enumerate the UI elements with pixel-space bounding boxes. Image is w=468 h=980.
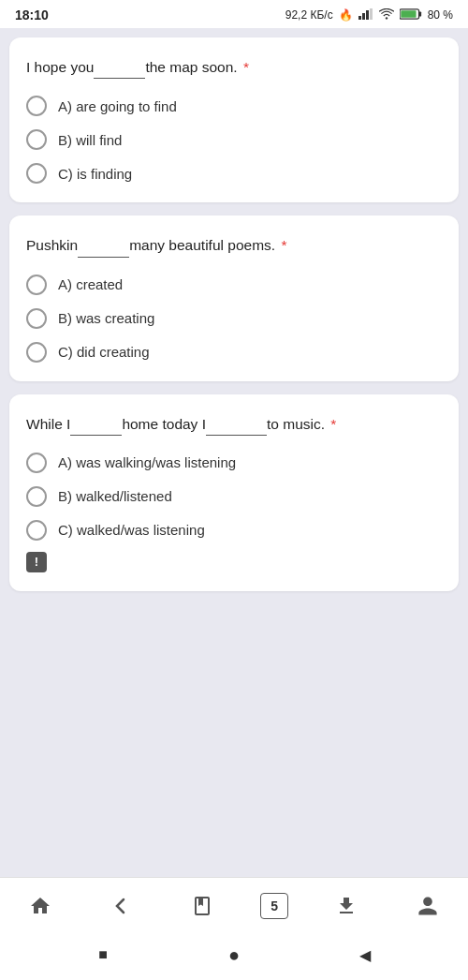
nav-back-button[interactable] bbox=[98, 887, 143, 925]
option-2c[interactable]: C) did creating bbox=[26, 342, 442, 363]
blank-3b bbox=[206, 413, 267, 436]
radio-2c[interactable] bbox=[26, 342, 47, 363]
options-list-2: A) created B) was creating C) did creati… bbox=[26, 275, 442, 363]
option-label-2a: A) created bbox=[58, 276, 123, 292]
radio-2a[interactable] bbox=[26, 275, 47, 295]
nav-download-button[interactable] bbox=[324, 887, 369, 925]
svg-rect-2 bbox=[366, 10, 369, 20]
blank-2 bbox=[78, 234, 129, 257]
signal-icon: 🔥 bbox=[339, 8, 353, 22]
option-1b[interactable]: B) will find bbox=[26, 129, 442, 150]
page-number-label: 5 bbox=[271, 898, 278, 913]
nav-bar: 5 bbox=[0, 877, 468, 931]
option-2a[interactable]: A) created bbox=[26, 275, 442, 295]
options-list-1: A) are going to find B) will find C) is … bbox=[26, 96, 442, 184]
question-text-2: Pushkin many beautiful poems. * bbox=[26, 234, 442, 257]
option-label-3c: C) walked/was listening bbox=[58, 522, 205, 538]
required-star-2: * bbox=[277, 237, 286, 253]
status-right: 92,2 КБ/с 🔥 bbox=[285, 8, 453, 22]
blank-3a bbox=[70, 413, 122, 436]
radio-3c[interactable] bbox=[26, 520, 47, 541]
question-card-3: While I home today I to music. * A) was … bbox=[9, 394, 459, 591]
square-icon: ■ bbox=[98, 946, 108, 963]
system-back-button[interactable]: ◀ bbox=[352, 942, 378, 968]
battery-percent: 80 % bbox=[428, 8, 453, 22]
question-card-2: Pushkin many beautiful poems. * A) creat… bbox=[9, 215, 459, 380]
radio-3b[interactable] bbox=[26, 486, 47, 507]
status-bar: 18:10 92,2 КБ/с 🔥 bbox=[0, 0, 468, 28]
option-label-3b: B) walked/listened bbox=[58, 488, 172, 504]
option-label-2b: B) was creating bbox=[58, 310, 154, 326]
svg-rect-0 bbox=[358, 16, 361, 20]
required-star-1: * bbox=[240, 59, 249, 75]
option-1a[interactable]: A) are going to find bbox=[26, 96, 442, 116]
svg-rect-1 bbox=[362, 13, 365, 20]
battery-icon bbox=[400, 8, 422, 22]
question-text-3: While I home today I to music. * bbox=[26, 413, 442, 436]
svg-rect-6 bbox=[418, 11, 421, 16]
nav-page-number[interactable]: 5 bbox=[260, 893, 288, 919]
option-label-2c: C) did creating bbox=[58, 344, 150, 360]
svg-rect-7 bbox=[401, 10, 416, 18]
required-star-3: * bbox=[327, 416, 336, 432]
option-2b[interactable]: B) was creating bbox=[26, 308, 442, 329]
option-label-1a: A) are going to find bbox=[58, 98, 177, 114]
nav-home-button[interactable] bbox=[18, 887, 63, 925]
question-card-1: I hope you the map soon. * A) are going … bbox=[9, 37, 459, 202]
option-3b[interactable]: B) walked/listened bbox=[26, 486, 442, 507]
blank-1 bbox=[94, 56, 145, 79]
radio-2b[interactable] bbox=[26, 308, 47, 329]
option-label-3a: A) was walking/was listening bbox=[58, 454, 236, 470]
option-label-1c: C) is finding bbox=[58, 166, 132, 182]
status-time: 18:10 bbox=[15, 7, 49, 22]
scroll-area: I hope you the map soon. * A) are going … bbox=[0, 28, 468, 877]
system-home-button[interactable]: ● bbox=[221, 942, 247, 968]
circle-icon: ● bbox=[228, 944, 240, 966]
radio-1b[interactable] bbox=[26, 129, 47, 150]
nav-book-button[interactable] bbox=[180, 887, 225, 925]
nav-user-button[interactable] bbox=[405, 887, 450, 925]
signal-bars-icon bbox=[358, 8, 373, 22]
option-3c[interactable]: C) walked/was listening bbox=[26, 520, 442, 541]
alert-badge: ! bbox=[26, 552, 47, 572]
option-3a[interactable]: A) was walking/was listening bbox=[26, 453, 442, 473]
svg-point-4 bbox=[385, 17, 387, 19]
radio-1c[interactable] bbox=[26, 163, 47, 184]
radio-1a[interactable] bbox=[26, 96, 47, 116]
radio-3a[interactable] bbox=[26, 453, 47, 473]
svg-rect-3 bbox=[370, 8, 373, 20]
system-square-button[interactable]: ■ bbox=[90, 942, 116, 968]
network-speed: 92,2 КБ/с bbox=[285, 8, 333, 22]
triangle-icon: ◀ bbox=[359, 946, 371, 964]
option-label-1b: B) will find bbox=[58, 132, 122, 148]
option-1c[interactable]: C) is finding bbox=[26, 163, 442, 184]
wifi-icon bbox=[379, 8, 394, 22]
system-nav: ■ ● ◀ bbox=[0, 931, 468, 980]
question-text-1: I hope you the map soon. * bbox=[26, 56, 442, 79]
options-list-3: A) was walking/was listening B) walked/l… bbox=[26, 453, 442, 541]
